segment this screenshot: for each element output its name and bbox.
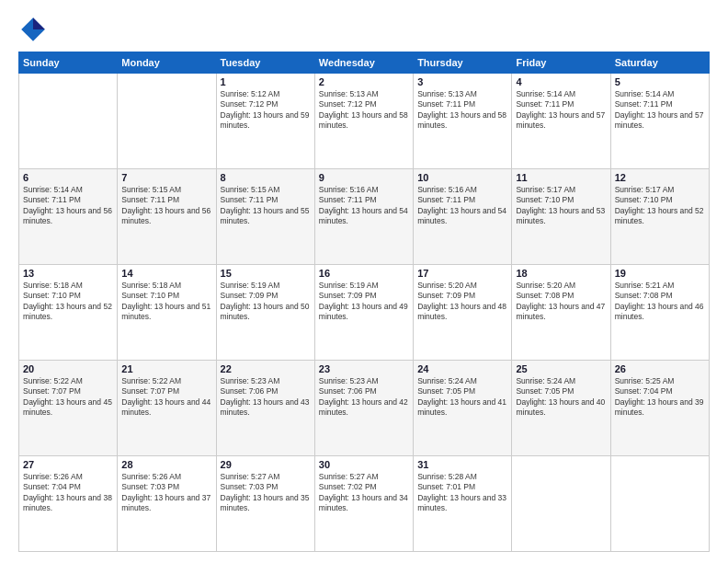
calendar-cell: 29Sunrise: 5:27 AM Sunset: 7:03 PM Dayli… — [216, 456, 314, 552]
day-number: 17 — [417, 268, 507, 279]
day-info: Sunrise: 5:22 AM Sunset: 7:07 PM Dayligh… — [121, 376, 211, 419]
day-info: Sunrise: 5:14 AM Sunset: 7:11 PM Dayligh… — [615, 89, 705, 132]
day-number: 4 — [516, 76, 606, 87]
calendar-cell: 12Sunrise: 5:17 AM Sunset: 7:10 PM Dayli… — [610, 169, 709, 265]
calendar-cell: 19Sunrise: 5:21 AM Sunset: 7:08 PM Dayli… — [610, 265, 709, 361]
day-info: Sunrise: 5:13 AM Sunset: 7:11 PM Dayligh… — [417, 89, 507, 132]
calendar-cell: 25Sunrise: 5:24 AM Sunset: 7:05 PM Dayli… — [512, 361, 610, 456]
calendar-cell: 4Sunrise: 5:14 AM Sunset: 7:11 PM Daylig… — [512, 74, 610, 169]
calendar-cell: 22Sunrise: 5:23 AM Sunset: 7:06 PM Dayli… — [216, 361, 314, 456]
calendar-cell: 17Sunrise: 5:20 AM Sunset: 7:09 PM Dayli… — [414, 265, 512, 361]
calendar-week-2: 6Sunrise: 5:14 AM Sunset: 7:11 PM Daylig… — [19, 169, 710, 265]
day-info: Sunrise: 5:20 AM Sunset: 7:08 PM Dayligh… — [516, 281, 606, 323]
calendar-cell: 6Sunrise: 5:14 AM Sunset: 7:11 PM Daylig… — [19, 169, 118, 265]
day-info: Sunrise: 5:18 AM Sunset: 7:10 PM Dayligh… — [121, 281, 211, 323]
day-number: 24 — [417, 363, 507, 374]
calendar-cell — [512, 456, 610, 552]
day-number: 9 — [319, 172, 409, 183]
day-info: Sunrise: 5:16 AM Sunset: 7:11 PM Dayligh… — [417, 185, 507, 227]
calendar-cell: 31Sunrise: 5:28 AM Sunset: 7:01 PM Dayli… — [414, 456, 512, 552]
calendar-week-4: 20Sunrise: 5:22 AM Sunset: 7:07 PM Dayli… — [19, 361, 710, 456]
calendar-week-1: 1Sunrise: 5:12 AM Sunset: 7:12 PM Daylig… — [19, 74, 710, 169]
day-number: 18 — [516, 268, 606, 279]
calendar-cell: 26Sunrise: 5:25 AM Sunset: 7:04 PM Dayli… — [610, 361, 709, 456]
day-number: 25 — [516, 363, 606, 374]
calendar-cell: 3Sunrise: 5:13 AM Sunset: 7:11 PM Daylig… — [414, 74, 512, 169]
calendar-cell: 16Sunrise: 5:19 AM Sunset: 7:09 PM Dayli… — [314, 265, 413, 361]
day-info: Sunrise: 5:20 AM Sunset: 7:09 PM Dayligh… — [417, 281, 507, 323]
calendar-header-thursday: Thursday — [414, 52, 512, 74]
calendar-cell: 24Sunrise: 5:24 AM Sunset: 7:05 PM Dayli… — [414, 361, 512, 456]
calendar-cell: 2Sunrise: 5:13 AM Sunset: 7:12 PM Daylig… — [314, 74, 413, 169]
day-info: Sunrise: 5:22 AM Sunset: 7:07 PM Dayligh… — [23, 376, 113, 419]
calendar-cell: 14Sunrise: 5:18 AM Sunset: 7:10 PM Dayli… — [118, 265, 216, 361]
calendar-header-sunday: Sunday — [19, 52, 118, 74]
day-info: Sunrise: 5:23 AM Sunset: 7:06 PM Dayligh… — [221, 376, 311, 419]
calendar-cell: 27Sunrise: 5:26 AM Sunset: 7:04 PM Dayli… — [19, 456, 118, 552]
day-info: Sunrise: 5:19 AM Sunset: 7:09 PM Dayligh… — [221, 281, 311, 323]
calendar-header-monday: Monday — [118, 52, 216, 74]
calendar-cell: 9Sunrise: 5:16 AM Sunset: 7:11 PM Daylig… — [314, 169, 413, 265]
calendar-header-friday: Friday — [512, 52, 610, 74]
day-number: 13 — [23, 268, 113, 279]
calendar-cell: 30Sunrise: 5:27 AM Sunset: 7:02 PM Dayli… — [314, 456, 413, 552]
calendar-cell — [610, 456, 709, 552]
day-number: 19 — [615, 268, 705, 279]
day-number: 11 — [516, 172, 606, 183]
day-info: Sunrise: 5:15 AM Sunset: 7:11 PM Dayligh… — [221, 185, 311, 227]
calendar-cell: 8Sunrise: 5:15 AM Sunset: 7:11 PM Daylig… — [216, 169, 314, 265]
day-number: 10 — [417, 172, 507, 183]
day-number: 3 — [417, 76, 507, 87]
day-number: 5 — [615, 76, 705, 87]
calendar-cell: 15Sunrise: 5:19 AM Sunset: 7:09 PM Dayli… — [216, 265, 314, 361]
day-info: Sunrise: 5:25 AM Sunset: 7:04 PM Dayligh… — [615, 376, 705, 419]
calendar-cell: 13Sunrise: 5:18 AM Sunset: 7:10 PM Dayli… — [19, 265, 118, 361]
day-number: 26 — [615, 363, 705, 374]
day-number: 31 — [417, 459, 507, 470]
day-number: 15 — [221, 268, 311, 279]
page: SundayMondayTuesdayWednesdayThursdayFrid… — [0, 0, 728, 563]
day-number: 22 — [221, 363, 311, 374]
day-number: 1 — [221, 76, 311, 87]
calendar-cell: 20Sunrise: 5:22 AM Sunset: 7:07 PM Dayli… — [19, 361, 118, 456]
calendar-cell — [118, 74, 216, 169]
calendar-cell: 7Sunrise: 5:15 AM Sunset: 7:11 PM Daylig… — [118, 169, 216, 265]
header — [18, 15, 710, 44]
day-info: Sunrise: 5:27 AM Sunset: 7:02 PM Dayligh… — [319, 472, 409, 514]
calendar-header-saturday: Saturday — [610, 52, 709, 74]
calendar-header-row: SundayMondayTuesdayWednesdayThursdayFrid… — [19, 52, 710, 74]
day-number: 27 — [23, 459, 113, 470]
calendar-header-wednesday: Wednesday — [314, 52, 413, 74]
day-info: Sunrise: 5:19 AM Sunset: 7:09 PM Dayligh… — [319, 281, 409, 323]
day-number: 21 — [121, 363, 211, 374]
day-number: 23 — [319, 363, 409, 374]
day-info: Sunrise: 5:17 AM Sunset: 7:10 PM Dayligh… — [516, 185, 606, 227]
day-info: Sunrise: 5:12 AM Sunset: 7:12 PM Dayligh… — [221, 89, 311, 132]
day-info: Sunrise: 5:26 AM Sunset: 7:03 PM Dayligh… — [121, 472, 211, 514]
calendar-cell — [19, 74, 118, 169]
calendar-cell: 5Sunrise: 5:14 AM Sunset: 7:11 PM Daylig… — [610, 74, 709, 169]
day-number: 16 — [319, 268, 409, 279]
day-number: 12 — [615, 172, 705, 183]
day-number: 6 — [23, 172, 113, 183]
day-info: Sunrise: 5:24 AM Sunset: 7:05 PM Dayligh… — [417, 376, 507, 419]
calendar-cell: 18Sunrise: 5:20 AM Sunset: 7:08 PM Dayli… — [512, 265, 610, 361]
svg-marker-1 — [33, 17, 45, 29]
day-number: 2 — [319, 76, 409, 87]
day-info: Sunrise: 5:17 AM Sunset: 7:10 PM Dayligh… — [615, 185, 705, 227]
day-number: 7 — [121, 172, 211, 183]
day-number: 20 — [23, 363, 113, 374]
calendar-table: SundayMondayTuesdayWednesdayThursdayFrid… — [18, 52, 710, 552]
logo-icon — [18, 15, 48, 44]
calendar-cell: 28Sunrise: 5:26 AM Sunset: 7:03 PM Dayli… — [118, 456, 216, 552]
day-number: 29 — [221, 459, 311, 470]
day-number: 8 — [221, 172, 311, 183]
day-info: Sunrise: 5:26 AM Sunset: 7:04 PM Dayligh… — [23, 472, 113, 514]
day-info: Sunrise: 5:24 AM Sunset: 7:05 PM Dayligh… — [516, 376, 606, 419]
calendar-cell: 21Sunrise: 5:22 AM Sunset: 7:07 PM Dayli… — [118, 361, 216, 456]
day-info: Sunrise: 5:28 AM Sunset: 7:01 PM Dayligh… — [417, 472, 507, 514]
calendar-week-5: 27Sunrise: 5:26 AM Sunset: 7:04 PM Dayli… — [19, 456, 710, 552]
day-info: Sunrise: 5:21 AM Sunset: 7:08 PM Dayligh… — [615, 281, 705, 323]
day-info: Sunrise: 5:18 AM Sunset: 7:10 PM Dayligh… — [23, 281, 113, 323]
calendar-cell: 1Sunrise: 5:12 AM Sunset: 7:12 PM Daylig… — [216, 74, 314, 169]
